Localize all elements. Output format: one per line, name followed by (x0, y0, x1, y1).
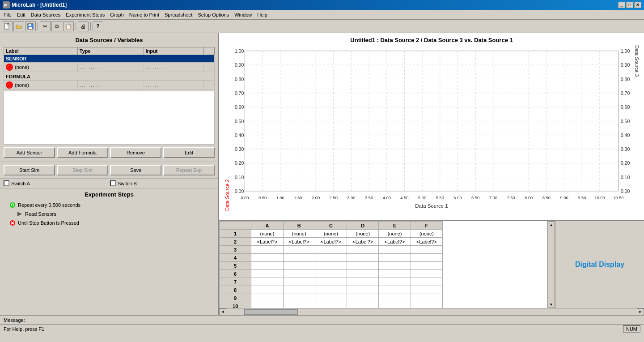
svg-text:0.90: 0.90 (621, 63, 630, 68)
edit-button[interactable]: Edit (163, 147, 215, 158)
horizontal-scrollbar[interactable]: ◄ ► (219, 308, 644, 315)
title-bar: µL MicroLab - [Untitled1] _ □ ✕ (0, 0, 644, 10)
vertical-scrollbar[interactable]: ▲ ▼ (547, 221, 555, 308)
formula-none-row[interactable]: 🚫 (none) ......... ...... (4, 81, 215, 90)
formula-group-header: FORMULA (4, 72, 215, 81)
cell-2d[interactable]: <Label?> (347, 238, 379, 246)
menu-experiment-steps[interactable]: Experiment Steps (63, 11, 107, 18)
h-scroll-thumb[interactable] (244, 309, 298, 315)
svg-text:1.00: 1.00 (235, 49, 244, 54)
spreadsheet-row-2: 2 <Label?> <Label?> <Label?> <Label?> <L… (220, 238, 443, 246)
toolbar-sep-2 (76, 22, 76, 30)
spreadsheet-wrapper[interactable]: A B C D E F 1 (none) (219, 221, 547, 308)
cell-1b[interactable]: (none) (283, 230, 315, 238)
svg-text:0.50: 0.50 (235, 119, 244, 124)
menu-data-sources[interactable]: Data Sources (28, 11, 64, 18)
svg-marker-8 (17, 212, 22, 216)
spreadsheet-row-7: 7 (220, 278, 443, 286)
scroll-left-btn[interactable]: ◄ (219, 308, 226, 316)
svg-text:0.80: 0.80 (621, 77, 630, 82)
h-scroll-track[interactable] (226, 308, 637, 315)
cell-2a[interactable]: <Label?> (251, 238, 283, 246)
message-bar: Message: (0, 315, 644, 324)
svg-text:8.50: 8.50 (542, 195, 551, 200)
step-repeat-text: Repeat every 0.500 seconds (18, 202, 80, 208)
menu-edit[interactable]: Edit (14, 11, 28, 18)
svg-text:2.50: 2.50 (330, 195, 338, 200)
svg-text:0.30: 0.30 (235, 147, 244, 152)
col-header-label: Label (4, 47, 78, 55)
svg-text:3.00: 3.00 (347, 195, 355, 200)
svg-text:0.60: 0.60 (235, 105, 244, 110)
svg-text:8.00: 8.00 (525, 195, 533, 200)
no-formula-icon: 🚫 (6, 81, 13, 89)
remove-button[interactable]: Remove (110, 147, 161, 158)
svg-text:0.00: 0.00 (241, 195, 249, 200)
open-button[interactable] (13, 21, 24, 31)
help-text: For Help, press F1 (4, 326, 623, 332)
menu-name-to-print[interactable]: Name to Print (127, 11, 162, 18)
scroll-up-btn[interactable]: ▲ (548, 221, 555, 228)
graph-title: Untitled1 : Data Source 2 / Data Source … (223, 37, 640, 43)
cut-button[interactable]: ✂ (40, 21, 51, 31)
add-sensor-button[interactable]: Add Sensor (4, 147, 55, 158)
cell-1f[interactable]: (none) (411, 230, 442, 238)
graph-inner[interactable]: 1.00 0.90 0.80 0.70 0.60 0.50 0.40 0.30 … (231, 45, 632, 211)
sensor-none-row[interactable]: 🚫 (none) ........ ........ (4, 63, 215, 72)
start-sim-button[interactable]: Start Sim (4, 165, 55, 175)
save-button[interactable] (25, 21, 36, 31)
col-header-rownum (220, 222, 251, 230)
left-panel: Data Sources / Variables Label Type Inpu… (0, 33, 219, 315)
col-header-type: Type (77, 47, 144, 55)
cell-2f[interactable]: <Label?> (411, 238, 442, 246)
scroll-down-btn[interactable]: ▼ (548, 301, 555, 308)
sensor-group-header: SENSOR (4, 55, 215, 63)
minimize-button[interactable]: _ (618, 2, 625, 8)
cell-2c[interactable]: <Label?> (315, 238, 347, 246)
repeat-exp-button[interactable]: Repeat Exp (163, 165, 215, 175)
svg-text:0.50: 0.50 (621, 119, 630, 124)
menu-help[interactable]: Help (254, 11, 270, 18)
svg-text:Data Source 1: Data Source 1 (415, 203, 448, 209)
cell-1a[interactable]: (none) (251, 230, 283, 238)
sensor-none-label: 🚫 (none) (4, 63, 78, 72)
maximize-button[interactable]: □ (626, 2, 633, 8)
experiment-steps-panel: Experiment Steps Repeat every 0.500 seco… (0, 188, 218, 315)
switch-a-checkbox[interactable] (4, 180, 9, 186)
menu-file[interactable]: File (1, 11, 14, 18)
scroll-right-btn[interactable]: ► (637, 308, 644, 316)
col-header-b: B (283, 222, 315, 230)
help-button[interactable]: ? (93, 21, 103, 31)
new-button[interactable] (2, 21, 13, 31)
cell-2b[interactable]: <Label?> (283, 238, 315, 246)
stop-sim-button[interactable]: Stop Sim (57, 165, 108, 175)
copy-button[interactable]: ⧉ (51, 21, 62, 31)
menu-graph[interactable]: Graph (107, 11, 127, 18)
cell-1c[interactable]: (none) (315, 230, 347, 238)
bottom-area: A B C D E F 1 (none) (219, 221, 644, 308)
digital-display-label: Digital Display (575, 261, 624, 269)
cell-1e[interactable]: (none) (379, 230, 411, 238)
formula-input: ...... (144, 81, 203, 90)
paste-button[interactable]: 📋 (63, 21, 74, 31)
save-sim-button[interactable]: Save (110, 165, 161, 175)
svg-text:0.70: 0.70 (235, 91, 244, 96)
svg-text:0.60: 0.60 (621, 105, 630, 110)
menu-window[interactable]: Window (232, 11, 254, 18)
switch-a-label: Switch A (11, 181, 30, 186)
svg-text:4.50: 4.50 (400, 195, 408, 200)
svg-text:9.00: 9.00 (560, 195, 568, 200)
close-button[interactable]: ✕ (634, 2, 641, 8)
menu-spreadsheet[interactable]: Spreadsheet (162, 11, 195, 18)
cell-2e[interactable]: <Label?> (379, 238, 411, 246)
num-indicator: NUM (623, 325, 640, 333)
spreadsheet-row-4: 4 (220, 254, 443, 262)
print-button[interactable]: 🖨 (78, 21, 89, 31)
cell-1d[interactable]: (none) (347, 230, 379, 238)
switch-b-checkbox[interactable] (110, 180, 116, 186)
spreadsheet-row-9: 9 (220, 294, 443, 302)
switch-b-label: Switch B (118, 181, 137, 186)
add-formula-button[interactable]: Add Formula (57, 147, 108, 158)
menu-setup-options[interactable]: Setup Options (195, 11, 232, 18)
svg-text:7.50: 7.50 (507, 195, 515, 200)
